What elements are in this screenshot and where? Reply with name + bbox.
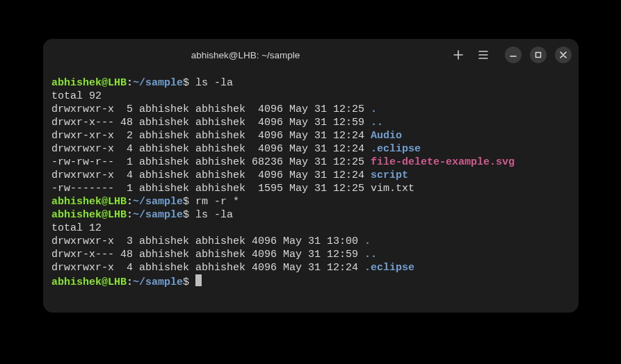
prompt-user-host: abhishek@LHB — [51, 209, 127, 221]
window-title: abhishek@LHB: ~/sample — [191, 50, 300, 60]
total-line: total 92 — [51, 90, 570, 103]
prompt-dollar: $ — [183, 77, 195, 89]
prompt-user-host: abhishek@LHB — [51, 276, 127, 288]
ls-entry: drwxrwxr-x 5 abhishek abhishek 4096 May … — [51, 103, 570, 116]
ls-entry: -rw------- 1 abhishek abhishek 1595 May … — [51, 182, 570, 195]
command-text: ls -la — [195, 77, 233, 89]
ls-entry: drwxrwxr-x 4 abhishek abhishek 4096 May … — [51, 169, 570, 182]
ls-entry-meta: drwxr-x--- 48 abhishek abhishek 4096 May… — [51, 249, 364, 260]
prompt-path: ~/sample — [133, 77, 183, 89]
ls-entry-name: Audio — [371, 130, 402, 142]
new-tab-button[interactable] — [451, 47, 466, 63]
cursor — [195, 274, 202, 286]
prompt-user-host: abhishek@LHB — [51, 196, 127, 208]
command-line: abhishek@LHB:~/sample$ ls -la — [51, 208, 570, 222]
ls-entry-meta: drwxr-x--- 48 abhishek abhishek 4096 May… — [51, 117, 371, 129]
ls-entry-meta: drwxrwxr-x 4 abhishek abhishek 4096 May … — [51, 262, 364, 274]
ls-entry: drwxrwxr-x 4 abhishek abhishek 4096 May … — [51, 261, 570, 274]
titlebar: abhishek@LHB: ~/sample — [43, 39, 579, 71]
ls-entry-meta: drwxrwxr-x 4 abhishek abhishek 4096 May … — [51, 143, 371, 155]
menu-button[interactable] — [476, 47, 491, 63]
prompt-path: ~/sample — [133, 196, 183, 208]
minimize-button[interactable] — [505, 47, 522, 63]
ls-entry: drwxr-x--- 48 abhishek abhishek 4096 May… — [51, 116, 570, 129]
prompt-path: ~/sample — [133, 209, 183, 221]
ls-entry-meta: drwxrwxr-x 4 abhishek abhishek 4096 May … — [51, 169, 371, 181]
ls-entry-name: .eclipse — [371, 143, 421, 155]
prompt-dollar: $ — [183, 276, 195, 288]
close-button[interactable] — [555, 47, 572, 63]
prompt-colon: : — [127, 196, 133, 208]
ls-entry-meta: drwxrwxr-x 3 abhishek abhishek 4096 May … — [51, 235, 364, 247]
ls-entry: -rw-rw-r-- 1 abhishek abhishek 68236 May… — [51, 156, 570, 169]
ls-entry-meta: -rw------- 1 abhishek abhishek 1595 May … — [51, 183, 371, 195]
title-controls — [451, 47, 572, 63]
ls-entry: drwxrwxr-x 3 abhishek abhishek 4096 May … — [51, 235, 570, 248]
prompt-path: ~/sample — [133, 276, 183, 288]
ls-entry-name: .. — [371, 117, 383, 129]
terminal-window: abhishek@LHB: ~/sample abhi — [43, 39, 579, 313]
prompt-user-host: abhishek@LHB — [51, 77, 127, 89]
prompt-colon: : — [127, 77, 133, 89]
ls-entry-meta: drwxr-xr-x 2 abhishek abhishek 4096 May … — [51, 130, 371, 142]
svg-rect-0 — [536, 53, 541, 58]
command-line: abhishek@LHB:~/sample$ — [51, 274, 570, 289]
ls-entry-name: script — [371, 169, 408, 181]
prompt-dollar: $ — [183, 196, 195, 208]
ls-entry: drwxr-x--- 48 abhishek abhishek 4096 May… — [51, 248, 570, 261]
ls-entry-name: .. — [364, 249, 377, 260]
command-text: rm -r * — [195, 196, 239, 208]
total-line: total 12 — [51, 222, 570, 235]
prompt-colon: : — [127, 276, 133, 288]
ls-entry: drwxr-xr-x 2 abhishek abhishek 4096 May … — [51, 129, 570, 142]
ls-entry-name: file-delete-example.svg — [371, 156, 515, 168]
prompt-dollar: $ — [183, 209, 195, 221]
maximize-button[interactable] — [530, 47, 547, 63]
ls-entry: drwxrwxr-x 4 abhishek abhishek 4096 May … — [51, 142, 570, 156]
ls-entry-meta: -rw-rw-r-- 1 abhishek abhishek 68236 May… — [51, 156, 371, 168]
ls-entry-name: . — [364, 235, 371, 247]
ls-entry-name: vim.txt — [371, 183, 414, 195]
ls-entry-name: .eclipse — [364, 262, 414, 274]
prompt-colon: : — [127, 209, 133, 221]
command-line: abhishek@LHB:~/sample$ rm -r * — [51, 195, 570, 208]
command-text: ls -la — [195, 209, 233, 221]
terminal-content[interactable]: abhishek@LHB:~/sample$ ls -latotal 92drw… — [43, 71, 579, 313]
ls-entry-meta: drwxrwxr-x 5 abhishek abhishek 4096 May … — [51, 104, 371, 115]
command-line: abhishek@LHB:~/sample$ ls -la — [51, 76, 570, 90]
ls-entry-name: . — [371, 104, 377, 115]
